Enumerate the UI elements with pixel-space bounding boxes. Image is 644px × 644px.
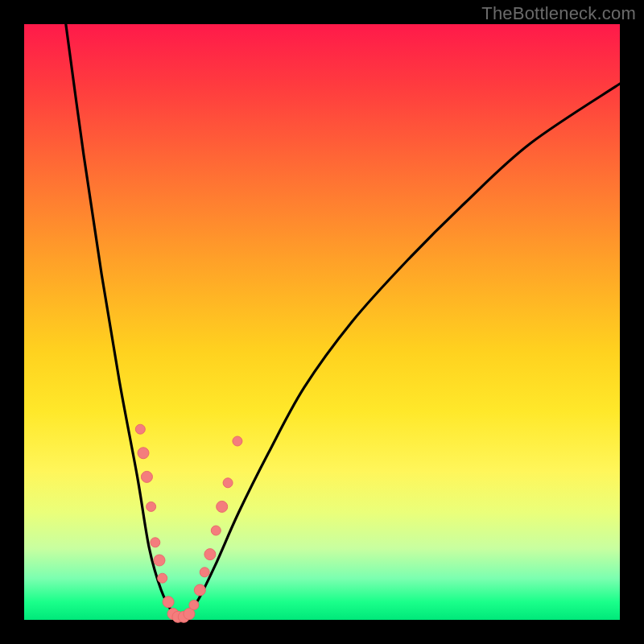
data-marker [158,573,167,583]
data-marker [204,549,216,560]
chart-frame: TheBottleneck.com [0,0,644,644]
data-marker [163,597,174,608]
data-marker [138,448,149,459]
data-marker [217,501,228,512]
plot-area [24,24,620,620]
bottleneck-curve [66,24,620,620]
data-marker [211,526,221,535]
data-marker [200,568,209,577]
data-marker [147,502,156,511]
data-marker [151,538,160,547]
data-marker [141,471,152,482]
data-marker [194,584,205,596]
data-marker [135,424,145,434]
data-marker [189,601,199,610]
watermark-text: TheBottleneck.com [481,3,636,24]
data-marker [154,555,165,566]
data-marker [223,478,233,488]
curve-svg [24,24,620,620]
data-markers [135,424,242,622]
data-marker [233,436,242,446]
